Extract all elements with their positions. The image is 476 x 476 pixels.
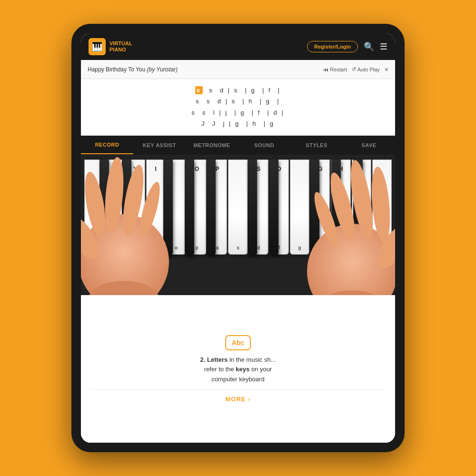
black-key-4[interactable] — [185, 159, 194, 255]
toolbar-key-assist[interactable]: KEY ASSIST — [133, 137, 186, 154]
white-key-i[interactable]: I i — [146, 159, 166, 255]
black-key-2[interactable] — [122, 159, 131, 255]
sheet-line-1: s s d | s | g | f | — [90, 85, 386, 96]
autoplay-button[interactable]: ↺ Auto Play — [352, 66, 380, 72]
toolbar-record[interactable]: RECORD — [81, 136, 133, 154]
black-key-1[interactable] — [99, 159, 109, 255]
sheet-line-3: s s l | j | g | f | d | — [90, 107, 386, 118]
register-login-button[interactable]: Register/Login — [307, 41, 358, 52]
more-button[interactable]: MORE › — [90, 389, 386, 403]
abc-badge: Abc — [225, 335, 251, 350]
black-key-3[interactable] — [163, 159, 173, 255]
song-controls: ⏮ Restart ↺ Auto Play × — [323, 66, 388, 73]
black-key-9[interactable] — [331, 159, 341, 255]
logo-icon: 🎹 — [89, 38, 106, 55]
search-icon[interactable]: 🔍 — [364, 41, 374, 52]
black-key-8[interactable] — [310, 159, 319, 255]
song-title: Happy Birthday To You (by Yuristar) — [88, 66, 178, 73]
piano: t T y Y u I i o — [84, 159, 392, 255]
toolbar-metronome[interactable]: METRONOME — [186, 137, 238, 154]
svg-point-13 — [317, 290, 388, 295]
restart-button[interactable]: ⏮ Restart — [323, 67, 347, 72]
sheet-line-4: J J j | g | h | g — [90, 118, 386, 129]
toolbar-sound[interactable]: SOUND — [238, 137, 290, 154]
info-section: Abc 2. Letters in the music sh... refer … — [81, 295, 395, 443]
info-text: 2. Letters in the music sh... refer to t… — [200, 355, 276, 385]
piano-container: t T y Y u I i o — [81, 155, 395, 295]
toolbar-save[interactable]: SAVE — [343, 137, 395, 154]
song-bar: Happy Birthday To You (by Yuristar) ⏮ Re… — [81, 60, 395, 79]
menu-icon[interactable]: ☰ — [380, 41, 387, 52]
black-key-7[interactable] — [269, 159, 278, 255]
white-key-s[interactable]: s — [228, 159, 248, 255]
sheet-line-2: s s d | s | h | g | — [90, 96, 386, 107]
header: 🎹 VIRTUALPIANO Register/Login 🔍 ☰ — [81, 33, 395, 60]
toolbar-styles[interactable]: STYLES — [290, 137, 343, 154]
header-right: Register/Login 🔍 ☰ — [307, 41, 387, 52]
logo: 🎹 VIRTUALPIANO — [89, 38, 132, 55]
close-button[interactable]: × — [385, 66, 388, 73]
toolbar: RECORD KEY ASSIST METRONOME SOUND STYLES… — [81, 136, 395, 155]
logo-text: VIRTUALPIANO — [109, 40, 132, 53]
sheet-music-area: s s d | s | g | f | s s d | s | h | g | … — [81, 79, 395, 136]
black-key-10[interactable] — [353, 159, 363, 255]
black-key-6[interactable] — [248, 159, 257, 255]
white-key-l[interactable]: l — [372, 159, 392, 255]
screen: 🎹 VIRTUALPIANO Register/Login 🔍 ☰ Happy … — [81, 33, 395, 443]
black-key-5[interactable] — [206, 159, 216, 255]
white-key-g[interactable]: g — [290, 159, 309, 255]
svg-point-6 — [88, 281, 159, 295]
tablet-device: 🎹 VIRTUALPIANO Register/Login 🔍 ☰ Happy … — [71, 24, 405, 452]
